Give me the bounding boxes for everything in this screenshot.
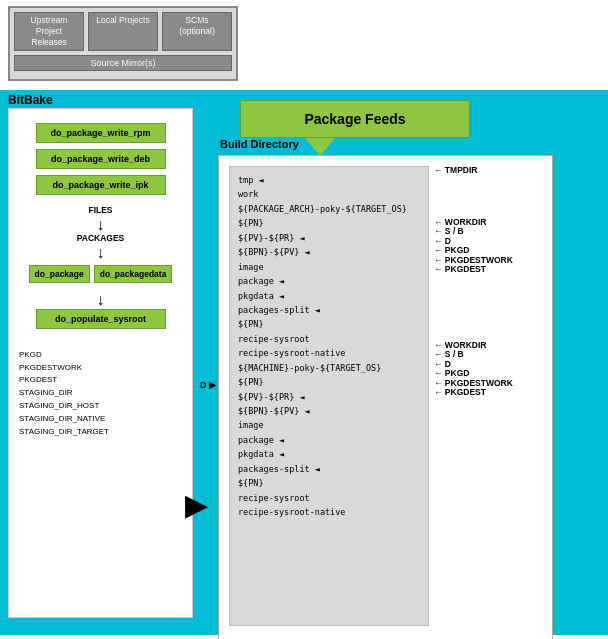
package-feeds-connector [305,138,335,156]
label-pkgd-2: ← PKGD [434,369,513,378]
staging-var-item: PKGDESTWORK [19,362,192,375]
staging-arrow: ▶ [185,490,208,520]
source-area: Upstream Project Releases Local Projects… [8,6,238,81]
tree-line: tmp ◄ [238,173,420,187]
label-d-2: ← D [434,360,513,369]
label-tmpdir: ← TMPDIR [434,166,513,175]
tree-line: ${PACKAGE_ARCH}-poky-${TARGET_OS} [238,202,420,216]
tree-line: package ◄ [238,274,420,288]
build-directory-label: Build Directory [220,138,299,150]
tree-line: packages-split ◄ [238,462,420,476]
bitbake-panel: do_package_write_rpm do_package_write_de… [8,108,193,618]
staging-var-item: STAGING_DIR_NATIVE [19,413,192,426]
files-label: FILES [88,205,112,215]
package-feeds-label: Package Feeds [304,111,405,127]
tree-line: ${BPN}-${PV} ◄ [238,245,420,259]
tree-line: ${BPN}-${PV} ◄ [238,404,420,418]
d-arrow-label: D ▶ [200,380,216,390]
build-tree-area: tmp ◄ work ${PACKAGE_ARCH}-poky-${TARGET… [229,166,429,626]
label-pkgdest-2: ← PKGDEST [434,388,513,397]
bitbake-label: BitBake [8,93,53,107]
tree-line: recipe-sysroot-native [238,346,420,360]
label-pkgdestwork-2: ← PKGDESTWORK [434,379,513,388]
tree-line: recipe-sysroot-native [238,505,420,519]
task-do-populate-sysroot: do_populate_sysroot [36,309,166,329]
label-d-1: ← D [434,237,513,246]
staging-var-item: PKGD [19,349,192,362]
tree-line: ${PN} [238,216,420,230]
tree-line: recipe-sysroot [238,332,420,346]
staging-var-item: STAGING_DIR_HOST [19,400,192,413]
source-mirror-box: Source Mirror(s) [14,55,232,71]
task-do-package: do_package [29,265,90,283]
packages-label: PACKAGES [77,233,125,243]
tree-line: pkgdata ◄ [238,447,420,461]
task-write-ipk: do_package_write_ipk [36,175,166,195]
tree-line: ${PN} [238,375,420,389]
label-sb-1: ← S / B [434,227,513,236]
scm-box: SCMs (optional) [162,12,232,51]
tree-line: pkgdata ◄ [238,289,420,303]
staging-var-item: STAGING_DIR_TARGET [19,426,192,439]
upstream-box: Upstream Project Releases [14,12,84,51]
tree-line: ${PN} [238,317,420,331]
staging-var-item: PKGDEST [19,374,192,387]
package-feeds-box: Package Feeds [240,100,470,138]
label-pkgdest-1: ← PKGDEST [434,265,513,274]
tree-line: packages-split ◄ [238,303,420,317]
tree-line: ${PV}-${PR} ◄ [238,231,420,245]
label-workdir-1: ← WORKDIR [434,218,513,227]
task-do-packagedata: do_packagedata [94,265,173,283]
staging-var-item: STAGING_DIR [19,387,192,400]
local-projects-box: Local Projects [88,12,158,51]
tree-line: ${PN} [238,476,420,490]
task-write-rpm: do_package_write_rpm [36,123,166,143]
tree-line: ${MACHINE}-poky-${TARGET_OS} [238,361,420,375]
build-directory-panel: tmp ◄ work ${PACKAGE_ARCH}-poky-${TARGET… [218,155,553,639]
right-labels-area: ← TMPDIR ← WORKDIR ← S / B ← D ← PKGD ← … [434,164,513,397]
label-workdir-2: ← WORKDIR [434,341,513,350]
label-pkgd-1: ← PKGD [434,246,513,255]
tree-line: image [238,418,420,432]
label-sb-2: ← S / B [434,350,513,359]
label-pkgdestwork-1: ← PKGDESTWORK [434,256,513,265]
tree-line: recipe-sysroot [238,491,420,505]
task-write-deb: do_package_write_deb [36,149,166,169]
tree-line: work [238,187,420,201]
tree-line: package ◄ [238,433,420,447]
tree-line: image [238,260,420,274]
tree-line: ${PV}-${PR} ◄ [238,390,420,404]
staging-vars-section: PKGDPKGDESTWORKPKGDESTSTAGING_DIRSTAGING… [9,349,192,439]
